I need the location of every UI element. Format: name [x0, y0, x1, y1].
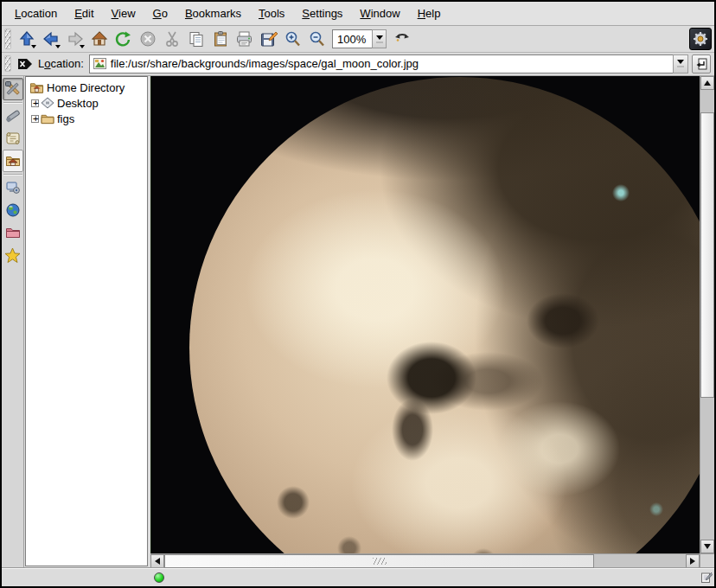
tree-item-label: Home Directory	[46, 81, 125, 94]
marker-icon	[5, 108, 21, 124]
sidebar-home-folder-button[interactable]	[3, 150, 23, 172]
loading-led-indicator	[154, 572, 164, 583]
go-enter-icon	[695, 58, 707, 70]
menu-help[interactable]: Help	[410, 3, 449, 23]
hscroll-trough[interactable]	[594, 554, 686, 568]
triangle-up-icon	[704, 80, 711, 86]
sidebar-button-strip	[2, 76, 24, 568]
locationbar-drag-handle[interactable]	[4, 55, 11, 73]
sidebar-network-button[interactable]	[3, 199, 23, 221]
up-dropdown-caret[interactable]	[31, 45, 36, 48]
scissors-icon	[163, 30, 181, 48]
menu-bookmarks[interactable]: Bookmarks	[177, 3, 249, 23]
forward-dropdown-caret	[80, 45, 85, 48]
konqueror-window: Location Edit View Go Bookmarks Tools Se…	[0, 0, 716, 588]
menubar: Location Edit View Go Bookmarks Tools Se…	[2, 2, 714, 26]
folder-icon	[41, 113, 54, 125]
back-button[interactable]	[39, 28, 62, 50]
folder-home-icon	[5, 153, 21, 169]
vscroll-trough-top[interactable]	[700, 90, 714, 112]
menu-edit[interactable]: Edit	[67, 3, 101, 23]
stop-button	[136, 28, 159, 50]
globe-icon	[5, 202, 21, 218]
clear-location-icon[interactable]	[17, 58, 33, 70]
kde-gear-icon	[693, 31, 708, 47]
image-file-icon	[93, 58, 106, 69]
print-button[interactable]	[233, 28, 256, 50]
scroll-left-button[interactable]	[150, 554, 164, 568]
copy-icon	[188, 30, 205, 48]
scroll-right-button[interactable]	[686, 554, 700, 568]
location-toolbar: Location: file:/usr/share/backgrounds/im…	[2, 53, 714, 76]
horizontal-scrollbar	[150, 553, 700, 568]
zoom-value[interactable]: 100%	[332, 29, 372, 48]
home-icon	[91, 30, 108, 48]
moon-image	[189, 77, 700, 553]
scrollbar-corner	[700, 553, 714, 568]
expander-plus[interactable]: +	[31, 99, 39, 107]
statusbar-extension-icon[interactable]	[700, 572, 713, 584]
menu-go[interactable]: Go	[145, 3, 176, 23]
sidebar-bookmarks-button[interactable]	[3, 244, 23, 266]
rotate-icon	[393, 30, 411, 48]
desktop-icon	[41, 97, 54, 109]
location-combobox: file:/usr/share/backgrounds/images/space…	[89, 54, 688, 74]
expander-plus[interactable]: +	[31, 115, 39, 123]
services-icon	[5, 180, 21, 195]
location-dropdown-button[interactable]	[673, 54, 688, 74]
save-as-button[interactable]	[257, 28, 280, 50]
image-view	[150, 76, 700, 553]
location-value: file:/usr/share/backgrounds/images/space…	[111, 57, 419, 70]
star-icon	[4, 247, 21, 264]
back-dropdown-caret[interactable]	[55, 45, 61, 48]
stop-icon	[139, 30, 157, 48]
tree-item-figs[interactable]: + figs	[28, 111, 147, 126]
menu-settings[interactable]: Settings	[294, 3, 350, 23]
up-button[interactable]	[15, 28, 38, 50]
tree-item-desktop[interactable]: + Desktop	[28, 95, 147, 111]
cut-button	[160, 28, 183, 50]
hscroll-thumb[interactable]	[164, 554, 594, 568]
triangle-left-icon	[155, 558, 160, 565]
zoom-combobox[interactable]: 100%	[332, 29, 387, 48]
scroll-down-button[interactable]	[700, 540, 714, 553]
forward-button	[63, 28, 86, 50]
menu-tools[interactable]: Tools	[251, 3, 292, 23]
chevron-down-icon	[677, 60, 684, 64]
menu-view[interactable]: View	[104, 3, 144, 23]
sidebar-marker-button[interactable]	[3, 105, 23, 127]
directory-tree-panel: Home Directory + Desktop + figs	[25, 76, 148, 566]
vscroll-thumb[interactable]	[700, 112, 714, 398]
sidebar-history-button[interactable]	[3, 127, 23, 150]
reload-button[interactable]	[112, 28, 135, 50]
menu-window[interactable]: Window	[352, 3, 407, 23]
copy-button[interactable]	[184, 28, 208, 50]
history-scroll-icon	[5, 131, 21, 146]
sidebar-root-folder-button[interactable]	[3, 221, 23, 244]
folder-home-open-icon	[29, 81, 44, 94]
triangle-down-icon	[704, 544, 711, 549]
rotate-button[interactable]	[390, 28, 413, 50]
toolbar-drag-handle[interactable]	[4, 29, 11, 49]
printer-icon	[235, 30, 253, 48]
triangle-right-icon	[690, 558, 695, 565]
scroll-up-button[interactable]	[700, 76, 714, 90]
zoom-dropdown-button[interactable]	[372, 29, 387, 48]
zoom-in-button[interactable]	[281, 28, 304, 50]
configure-tools-icon	[5, 81, 21, 97]
location-input[interactable]: file:/usr/share/backgrounds/images/space…	[89, 54, 673, 74]
vscroll-trough-bottom[interactable]	[700, 398, 714, 540]
sidebar-configure-button[interactable]	[3, 78, 23, 100]
home-button[interactable]	[87, 28, 111, 50]
thumb-grip	[373, 558, 387, 565]
zoom-out-button[interactable]	[305, 28, 329, 50]
tree-item-home-directory[interactable]: Home Directory	[28, 80, 147, 95]
paste-button[interactable]	[208, 28, 232, 50]
sidebar-services-button[interactable]	[3, 176, 23, 199]
statusbar	[2, 568, 714, 586]
zoom-out-icon	[308, 30, 326, 48]
main-toolbar: 100%	[2, 26, 714, 53]
tree-item-label: Desktop	[56, 97, 99, 110]
go-button[interactable]	[692, 54, 711, 74]
menu-location[interactable]: Location	[7, 3, 65, 23]
